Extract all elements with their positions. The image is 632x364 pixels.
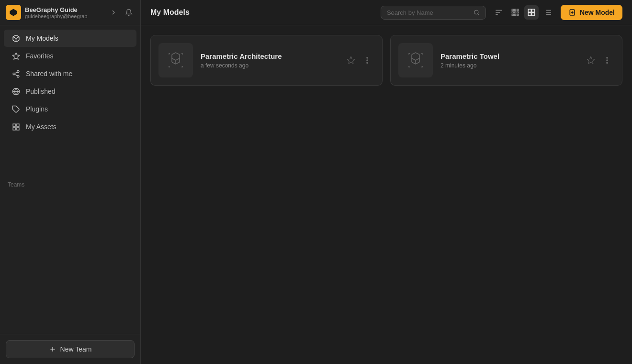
- list-icon: [543, 8, 552, 17]
- svg-rect-25: [514, 9, 516, 11]
- svg-point-7: [17, 75, 19, 77]
- chevron-right-icon: [110, 9, 117, 16]
- notifications-button[interactable]: [123, 7, 135, 18]
- small-grid-button[interactable]: [508, 5, 522, 20]
- sort-button[interactable]: [492, 5, 506, 20]
- page-title: My Models: [150, 8, 375, 17]
- svg-rect-36: [532, 13, 535, 16]
- svg-point-51: [367, 60, 368, 61]
- model-thumbnail: [398, 43, 433, 77]
- model-actions: [344, 53, 374, 67]
- model-time: 2 minutes ago: [440, 62, 576, 69]
- plus-icon: [49, 345, 56, 353]
- svg-rect-32: [517, 14, 519, 16]
- sidebar-item-published[interactable]: Published: [4, 83, 136, 100]
- svg-marker-4: [12, 53, 19, 59]
- sidebar-item-label: Plugins: [26, 105, 48, 113]
- svg-rect-13: [13, 124, 15, 126]
- svg-rect-27: [512, 12, 513, 13]
- favorite-button[interactable]: [584, 53, 598, 67]
- svg-rect-24: [512, 9, 513, 11]
- cube-icon: [11, 34, 20, 43]
- large-grid-icon: [527, 8, 536, 17]
- puzzle-icon: [11, 105, 20, 113]
- sidebar-item-favorites[interactable]: Favorites: [4, 47, 136, 65]
- star-outline-icon: [587, 56, 595, 65]
- sidebar-item-my-assets[interactable]: My Assets: [4, 118, 136, 135]
- sidebar-item-label: Favorites: [26, 52, 54, 60]
- new-model-label: New Model: [580, 9, 615, 16]
- search-icon: [474, 9, 480, 16]
- svg-rect-28: [514, 12, 516, 13]
- sidebar-navigation: My Models Favorites Shared w: [0, 25, 140, 177]
- new-team-label: New Team: [60, 345, 92, 353]
- svg-rect-14: [16, 124, 19, 126]
- svg-line-20: [478, 13, 479, 14]
- dots-vertical-icon: [363, 56, 372, 65]
- model-thumbnail: [158, 43, 193, 77]
- svg-marker-49: [348, 57, 355, 64]
- sidebar-item-label: My Assets: [26, 123, 56, 131]
- new-model-icon: [568, 9, 576, 16]
- more-options-button[interactable]: [360, 53, 374, 67]
- svg-line-9: [15, 72, 17, 73]
- svg-rect-29: [517, 12, 519, 13]
- svg-rect-34: [532, 9, 535, 12]
- sidebar-item-plugins[interactable]: Plugins: [4, 100, 136, 118]
- svg-rect-30: [512, 14, 513, 16]
- model-name: Parametric Architecture: [201, 52, 336, 60]
- svg-point-5: [17, 70, 19, 72]
- svg-rect-16: [16, 127, 19, 130]
- model-card[interactable]: Parametric Architecture a few seconds ag…: [150, 35, 383, 86]
- svg-point-57: [607, 57, 608, 58]
- svg-point-19: [474, 10, 478, 14]
- svg-rect-35: [528, 13, 531, 16]
- models-grid: Parametric Architecture a few seconds ag…: [141, 25, 632, 364]
- sidebar-item-my-models[interactable]: My Models: [4, 30, 136, 47]
- svg-rect-31: [514, 14, 516, 16]
- view-controls: [492, 5, 555, 20]
- model-card[interactable]: Parametric Towel 2 minutes ago: [390, 35, 622, 86]
- app-logo: [6, 5, 21, 20]
- main-content: My Models: [141, 0, 632, 364]
- new-team-button[interactable]: New Team: [6, 340, 135, 358]
- svg-point-58: [607, 60, 608, 61]
- share-icon: [11, 69, 20, 78]
- svg-rect-26: [517, 9, 519, 11]
- expand-button[interactable]: [108, 7, 119, 18]
- svg-rect-33: [528, 9, 531, 12]
- sidebar-item-label: My Models: [26, 34, 58, 42]
- model-info: Parametric Towel 2 minutes ago: [440, 52, 576, 69]
- star-icon: [11, 52, 20, 60]
- header-icons: [108, 7, 135, 18]
- svg-point-50: [367, 57, 368, 58]
- more-options-button[interactable]: [600, 53, 614, 67]
- top-bar: My Models: [141, 0, 632, 25]
- user-name: BeeGraphy Guide: [25, 6, 104, 13]
- model-name: Parametric Towel: [440, 52, 576, 60]
- large-grid-button[interactable]: [524, 5, 539, 20]
- sidebar-item-label: Published: [26, 88, 56, 95]
- small-grid-icon: [511, 8, 519, 17]
- svg-point-52: [367, 62, 368, 63]
- sidebar-footer: New Team: [0, 334, 140, 364]
- svg-line-8: [15, 74, 17, 76]
- search-box: [381, 6, 486, 20]
- sidebar-item-shared-with-me[interactable]: Shared with me: [4, 65, 136, 82]
- list-view-button[interactable]: [541, 5, 555, 20]
- svg-point-6: [13, 73, 15, 75]
- new-model-button[interactable]: New Model: [561, 5, 622, 20]
- star-outline-icon: [347, 56, 355, 65]
- grid-icon: [11, 122, 20, 131]
- search-input[interactable]: [387, 9, 470, 16]
- model-actions: [584, 53, 614, 67]
- sort-icon: [495, 8, 503, 17]
- sidebar: BeeGraphy Guide guidebeegraphy@beegrap: [0, 0, 141, 364]
- user-email: guidebeegraphy@beegrap: [25, 13, 104, 19]
- teams-section: Teams: [0, 177, 140, 190]
- favorite-button[interactable]: [344, 53, 358, 67]
- teams-label: Teams: [8, 181, 24, 188]
- dots-vertical-icon: [603, 56, 611, 65]
- svg-point-59: [607, 62, 608, 63]
- sidebar-item-label: Shared with me: [26, 70, 72, 77]
